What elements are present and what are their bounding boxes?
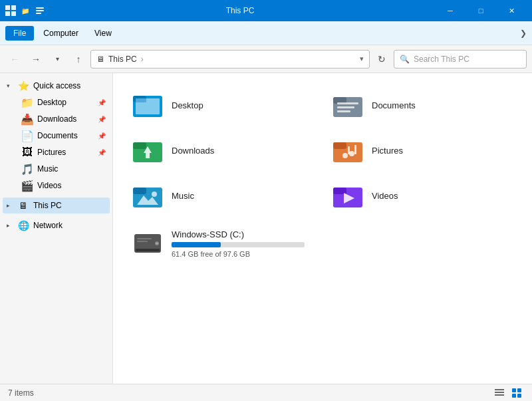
recent-locations-button[interactable]: ▾	[48, 50, 66, 68]
documents-folder-icon: 📄	[21, 130, 33, 142]
sidebar-item-music[interactable]: 🎵 Music	[3, 161, 110, 177]
svg-point-22	[349, 151, 354, 156]
title-bar-icons: 📁	[5, 5, 45, 16]
downloads-folder-icon: 📥	[21, 113, 33, 125]
close-button[interactable]: ✕	[496, 0, 527, 21]
music-folder-icon: 🎵	[21, 163, 33, 175]
this-pc-chevron: ▸	[7, 202, 15, 209]
svg-rect-42	[512, 388, 516, 392]
menu-chevron: ❯	[520, 29, 527, 38]
svg-point-36	[156, 243, 158, 245]
sidebar-item-videos[interactable]: 🎬 Videos	[3, 178, 110, 194]
this-pc-label: This PC	[33, 201, 106, 210]
music-folder-name: Pictures	[372, 146, 403, 156]
minimize-button[interactable]: ─	[435, 0, 466, 21]
svg-rect-37	[137, 238, 152, 239]
sidebar: ▾ ⭐ Quick access 📁 Desktop 📌 📥 Downloads…	[0, 73, 113, 384]
downloads-folder-name: Downloads	[172, 146, 214, 156]
sidebar-item-documents[interactable]: 📄 Documents 📌	[3, 128, 110, 144]
folder-item-desktop[interactable]: Desktop	[124, 84, 321, 126]
content-area: Desktop Documents	[113, 73, 532, 384]
svg-rect-14	[337, 106, 354, 108]
main-layout: ▾ ⭐ Quick access 📁 Desktop 📌 📥 Downloads…	[0, 73, 532, 384]
svg-rect-45	[517, 394, 521, 398]
maximize-button[interactable]: □	[466, 0, 496, 21]
address-dropdown-chevron[interactable]: ▾	[360, 55, 364, 63]
quick-access-section: ▾ ⭐ Quick access 📁 Desktop 📌 📥 Downloads…	[0, 76, 112, 196]
quick-access-star-icon: ⭐	[17, 80, 29, 92]
documents-label: Documents	[37, 131, 98, 140]
quick-access-header[interactable]: ▾ ⭐ Quick access	[3, 78, 110, 94]
downloads-pin-icon: 📌	[98, 116, 106, 123]
svg-rect-4	[36, 7, 44, 9]
drive-item-c[interactable]: Windows-SSD (C:) 61.4 GB free of 97.6 GB	[124, 222, 521, 265]
folder-item-music[interactable]: Pictures	[324, 129, 521, 172]
network-label: Network	[33, 221, 106, 230]
pictures-folder-name: Music	[172, 191, 194, 201]
svg-rect-34	[136, 249, 160, 251]
svg-rect-23	[348, 146, 350, 154]
drive-top: Windows-SSD (C:) 61.4 GB free of 97.6 GB	[132, 227, 513, 259]
desktop-icon	[132, 89, 164, 121]
svg-rect-0	[5, 5, 10, 10]
desktop-folder-icon: 📁	[21, 96, 33, 108]
up-button[interactable]: ↑	[69, 50, 88, 68]
folder-item-documents[interactable]: Documents	[324, 84, 521, 126]
menu-bar: File Computer View ❯	[0, 21, 532, 45]
address-icon: 🖥	[96, 55, 104, 64]
drive-bar-container	[172, 242, 305, 247]
svg-rect-2	[5, 11, 10, 16]
sidebar-item-desktop[interactable]: 📁 Desktop 📌	[3, 94, 110, 110]
pictures-folder-icon: 🖼	[21, 146, 33, 158]
network-header[interactable]: ▸ 🌐 Network	[3, 217, 110, 233]
svg-rect-24	[354, 145, 356, 154]
address-separator: ›	[141, 55, 144, 64]
details-view-button[interactable]	[492, 386, 507, 400]
documents-folder-name: Documents	[372, 100, 416, 110]
this-pc-header[interactable]: ▸ 🖥 This PC	[3, 198, 110, 213]
svg-rect-44	[512, 394, 516, 398]
videos-folder-name: Videos	[372, 191, 398, 201]
drive-info: Windows-SSD (C:) 61.4 GB free of 97.6 GB	[172, 229, 305, 258]
quick-access-label: Quick access	[33, 81, 106, 90]
folder-icon-title: 📁	[20, 5, 31, 16]
svg-rect-26	[133, 188, 146, 194]
view-menu[interactable]: View	[88, 26, 118, 41]
folders-grid: Desktop Documents	[124, 84, 521, 217]
music-label: Music	[37, 164, 106, 174]
videos-label: Videos	[37, 181, 106, 190]
drive-name: Windows-SSD (C:)	[172, 229, 305, 239]
search-icon: 🔍	[400, 55, 410, 64]
search-box[interactable]: 🔍 Search This PC	[394, 50, 527, 68]
svg-rect-5	[36, 10, 44, 11]
status-bar: 7 items	[0, 384, 532, 401]
computer-menu[interactable]: Computer	[37, 26, 85, 41]
svg-rect-15	[337, 110, 350, 112]
svg-rect-1	[11, 5, 16, 10]
app-icon	[5, 5, 16, 16]
folder-item-videos[interactable]: Videos	[324, 174, 521, 217]
network-icon: 🌐	[17, 219, 29, 231]
back-button[interactable]: ←	[5, 50, 24, 68]
desktop-folder-name: Desktop	[172, 100, 203, 110]
svg-rect-13	[337, 102, 358, 104]
videos-folder-icon: 🎬	[21, 180, 33, 192]
videos-icon	[332, 180, 364, 211]
folder-item-pictures[interactable]: Music	[124, 174, 321, 217]
refresh-button[interactable]: ↻	[372, 50, 391, 68]
window-controls: ─ □ ✕	[435, 0, 527, 21]
sidebar-item-pictures[interactable]: 🖼 Pictures 📌	[3, 144, 110, 160]
svg-rect-43	[517, 388, 521, 392]
music-icon	[332, 134, 364, 166]
tiles-view-button[interactable]	[509, 386, 524, 400]
svg-rect-39	[495, 389, 504, 390]
search-placeholder: Search This PC	[414, 55, 469, 64]
pictures-pin-icon: 📌	[98, 149, 106, 156]
folder-item-downloads[interactable]: Downloads	[124, 129, 321, 172]
address-bar[interactable]: 🖥 This PC › ▾	[90, 50, 370, 68]
desktop-label: Desktop	[37, 98, 98, 107]
file-menu[interactable]: File	[5, 26, 34, 41]
svg-point-21	[342, 153, 348, 158]
forward-button[interactable]: →	[27, 50, 45, 68]
sidebar-item-downloads[interactable]: 📥 Downloads 📌	[3, 111, 110, 127]
